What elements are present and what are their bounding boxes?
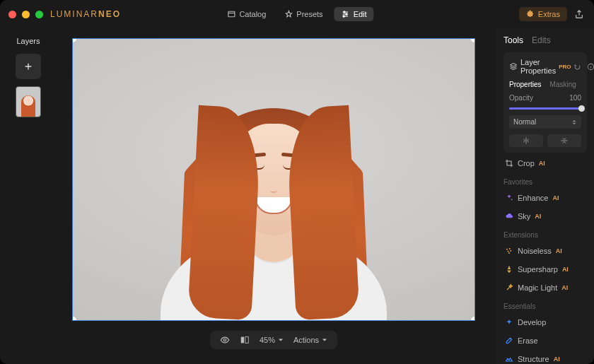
edit-label: Edit: [354, 10, 367, 18]
cloud-icon: [505, 212, 513, 221]
layers-stack-icon: [509, 62, 518, 71]
supersharp-icon: [505, 265, 513, 274]
layer-properties-card: Layer Properties PRO Properties Masking …: [503, 52, 587, 153]
image-content: [146, 80, 401, 320]
chevron-down-icon: [278, 337, 284, 343]
eye-icon: [220, 335, 230, 345]
svg-rect-5: [241, 337, 244, 344]
ai-badge: AI: [562, 266, 569, 273]
actions-label: Actions: [293, 336, 319, 344]
presets-icon: [284, 10, 293, 18]
flip-v-icon: [560, 136, 569, 145]
ai-badge: AI: [554, 356, 560, 363]
catalog-tab[interactable]: Catalog: [220, 7, 273, 21]
tool-crop[interactable]: Crop AI: [503, 155, 587, 171]
catalog-label: Catalog: [239, 10, 266, 18]
svg-point-1: [344, 11, 345, 13]
crop-handle-bl[interactable]: [72, 317, 76, 321]
zoom-value: 45%: [260, 336, 275, 344]
tool-sky[interactable]: Sky AI: [503, 209, 587, 224]
reset-button[interactable]: [573, 63, 581, 71]
svg-point-9: [509, 248, 511, 249]
flip-vertical-button[interactable]: [547, 134, 581, 147]
compare-toggle[interactable]: [240, 335, 250, 345]
extras-label: Extras: [538, 10, 560, 18]
edit-tab[interactable]: Edit: [334, 7, 374, 21]
layers-title: Layers: [16, 37, 40, 45]
tab-tools[interactable]: Tools: [503, 35, 523, 45]
updown-icon: [571, 119, 577, 125]
tool-develop[interactable]: Develop: [503, 315, 587, 330]
tool-structure[interactable]: Structure AI: [503, 351, 587, 364]
info-button[interactable]: [587, 63, 594, 71]
wand-icon: [505, 283, 513, 292]
ai-badge: AI: [561, 284, 568, 291]
magic-light-label: Magic Light: [518, 283, 557, 292]
crop-icon: [505, 159, 513, 168]
subtab-properties[interactable]: Properties: [509, 81, 542, 88]
add-layer-button[interactable]: [16, 54, 41, 79]
window-controls: [8, 11, 43, 18]
share-button[interactable]: [573, 8, 586, 20]
develop-icon: [505, 318, 513, 327]
compare-icon: [240, 335, 250, 345]
tool-erase[interactable]: Erase: [503, 333, 587, 348]
subtab-masking[interactable]: Masking: [550, 81, 576, 88]
flip-horizontal-button[interactable]: [509, 134, 543, 147]
crop-handle-tr[interactable]: [471, 38, 475, 42]
ai-badge: AI: [552, 194, 559, 201]
pro-badge: PRO: [559, 64, 571, 70]
ai-badge: AI: [535, 213, 541, 220]
maximize-window-button[interactable]: [35, 11, 43, 18]
layers-panel: Layers: [0, 28, 57, 364]
opacity-value: 100: [569, 94, 581, 102]
supersharp-label: Supersharp: [518, 265, 558, 274]
presets-label: Presets: [296, 10, 322, 18]
svg-point-2: [346, 13, 347, 15]
erase-label: Erase: [518, 336, 538, 345]
tab-edits[interactable]: Edits: [532, 35, 551, 45]
enhance-label: Enhance: [518, 194, 548, 202]
crop-handle-tl[interactable]: [72, 38, 76, 42]
ai-badge: AI: [556, 247, 562, 254]
sky-label: Sky: [518, 212, 530, 221]
sparkle-icon: [505, 194, 513, 202]
presets-tab[interactable]: Presets: [277, 7, 330, 21]
structure-icon: [505, 355, 513, 363]
zoom-dropdown[interactable]: 45%: [260, 336, 284, 344]
minimize-window-button[interactable]: [22, 11, 30, 18]
svg-point-12: [508, 252, 510, 254]
actions-dropdown[interactable]: Actions: [293, 336, 327, 344]
tools-panel: Tools Edits Layer Properties PRO Prop: [496, 28, 594, 364]
svg-point-4: [223, 339, 226, 341]
titlebar: LUMINARNEO Catalog Presets Edit: [0, 0, 594, 28]
develop-label: Develop: [518, 318, 546, 327]
section-favorites: Favorites: [503, 178, 587, 186]
blend-mode-select[interactable]: Normal: [509, 115, 581, 129]
section-essentials: Essentials: [503, 303, 587, 310]
puzzle-icon: [526, 10, 535, 18]
tool-supersharp[interactable]: Supersharp AI: [503, 262, 587, 277]
tool-enhance[interactable]: Enhance AI: [503, 190, 587, 206]
tool-noiseless[interactable]: Noiseless AI: [503, 243, 587, 259]
noiseless-label: Noiseless: [518, 247, 552, 255]
svg-rect-0: [228, 11, 235, 17]
extras-button[interactable]: Extras: [519, 7, 567, 21]
image-canvas[interactable]: [72, 38, 475, 321]
flip-h-icon: [522, 136, 530, 145]
tool-magic-light[interactable]: Magic Light AI: [503, 280, 587, 295]
canvas-toolbar: 45% Actions: [210, 331, 337, 349]
catalog-icon: [227, 10, 235, 18]
opacity-label: Opacity: [509, 94, 533, 102]
opacity-slider[interactable]: [509, 107, 581, 110]
chevron-down-icon: [322, 337, 327, 343]
crop-handle-br[interactable]: [471, 317, 475, 321]
layer-properties-title: Layer Properties: [520, 58, 556, 75]
preview-toggle[interactable]: [220, 335, 230, 345]
close-window-button[interactable]: [8, 11, 16, 18]
layer-thumbnail[interactable]: [16, 86, 41, 117]
ai-badge: AI: [539, 160, 545, 167]
blend-mode-value: Normal: [513, 118, 536, 126]
noiseless-icon: [505, 247, 513, 255]
svg-point-11: [510, 250, 511, 252]
